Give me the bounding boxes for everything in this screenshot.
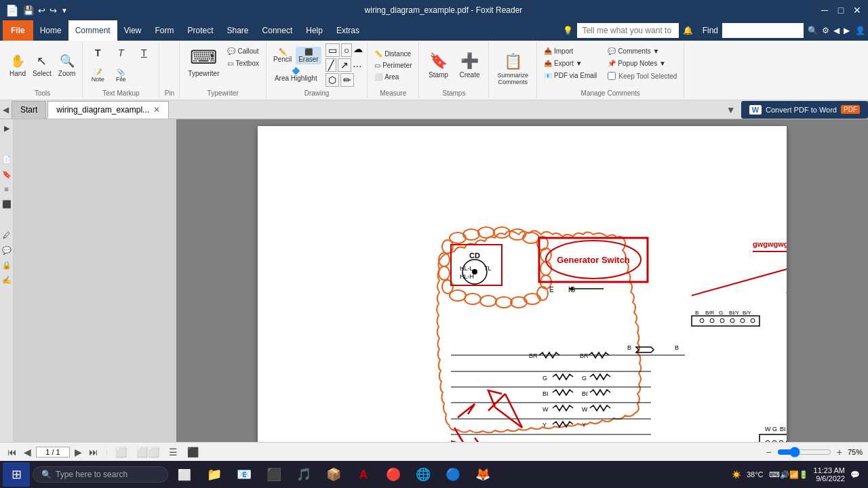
sidebar-pages-btn[interactable]: 📄: [1, 153, 13, 165]
zoom-in-btn[interactable]: +: [837, 447, 842, 458]
eraser-button[interactable]: ⬛ Eraser: [296, 47, 321, 64]
pdf-area[interactable]: CD HL-L HL-H TL Generator Switch E IG SP…: [176, 119, 868, 442]
next-page-button[interactable]: ▶: [73, 447, 84, 458]
area-button[interactable]: ⬜ Area: [372, 72, 401, 82]
menu-help[interactable]: Help: [299, 20, 330, 41]
popup-notes-button[interactable]: 📌 Popup Notes ▼: [605, 58, 679, 68]
zoom-out-btn[interactable]: −: [766, 447, 772, 458]
taskbar-search[interactable]: 🔍 Type here to search: [33, 466, 168, 483]
find-button[interactable]: 🔍: [808, 26, 818, 35]
taskbar-media[interactable]: 🎵: [290, 462, 317, 487]
sidebar-layers-btn[interactable]: ≡: [1, 183, 13, 195]
menu-form[interactable]: Form: [149, 20, 181, 41]
sidebar-thumbs-btn[interactable]: ⬛: [1, 198, 13, 210]
shape-more-icon[interactable]: …: [353, 58, 362, 72]
file-button[interactable]: 📎 File: [110, 67, 132, 84]
convert-pdf-button[interactable]: W Convert PDF to Word PDF: [741, 101, 868, 119]
account-icon[interactable]: 👤: [855, 26, 865, 35]
sidebar-comments-list-btn[interactable]: 💬: [1, 244, 13, 256]
find-prev[interactable]: ◀: [833, 26, 840, 35]
shape-line-icon[interactable]: ╱: [326, 58, 336, 72]
text-style-3-button[interactable]: T: [133, 46, 155, 60]
taskbar-chrome[interactable]: 🔵: [439, 462, 467, 487]
page-number-input[interactable]: [36, 447, 70, 458]
zoom-tool-button[interactable]: 🔍 Zoom: [56, 52, 79, 79]
taskbar-browser[interactable]: 🌐: [410, 462, 437, 487]
taskbar-app1[interactable]: 📦: [320, 462, 347, 487]
sidebar-bookmarks-btn[interactable]: 🔖: [1, 168, 13, 180]
tab-wiring-close[interactable]: ✕: [153, 105, 160, 115]
quick-access-save[interactable]: 💾: [23, 5, 34, 16]
first-page-button[interactable]: ⏮: [5, 447, 19, 458]
summarize-comments-button[interactable]: 📋 SummarizeComments: [493, 50, 532, 88]
sidebar-expand-btn[interactable]: ▶: [1, 122, 13, 134]
view-scroll-btn[interactable]: ☰: [167, 447, 180, 458]
zoom-slider[interactable]: [777, 447, 831, 458]
distance-button[interactable]: 📏 Distance: [372, 49, 414, 59]
menu-connect[interactable]: Connect: [256, 20, 300, 41]
view-spread-btn[interactable]: ⬛: [185, 447, 201, 458]
sidebar-highlight-btn[interactable]: 🖊: [1, 229, 13, 241]
taskbar-app2[interactable]: 🔴: [380, 462, 407, 487]
shape-cloud-icon[interactable]: ☁: [353, 43, 363, 57]
import-button[interactable]: 📥 Import: [541, 46, 599, 56]
stamp-button[interactable]: 🔖 Stamp: [423, 49, 453, 81]
area-highlight-button[interactable]: 🔷 Area Highlight: [271, 66, 321, 83]
menu-protect[interactable]: Protect: [181, 20, 220, 41]
textbox-button[interactable]: ▭ Textbox: [224, 58, 261, 68]
keep-tool-checkbox[interactable]: [608, 72, 616, 80]
shape-circle-icon[interactable]: ○: [341, 43, 352, 57]
menu-comment[interactable]: Comment: [68, 20, 117, 41]
menu-view[interactable]: View: [117, 20, 149, 41]
pencil-button[interactable]: ✏️ Pencil: [271, 47, 294, 64]
taskbar-task-view[interactable]: ⬜: [171, 462, 198, 487]
shape-pencil2-icon[interactable]: ✏: [340, 73, 354, 87]
select-tool-button[interactable]: ↖ Select: [30, 52, 54, 79]
text-style-2-button[interactable]: T: [110, 46, 132, 60]
panel-toggle-icon[interactable]: ◀: [3, 105, 9, 115]
menu-file[interactable]: File: [3, 20, 33, 41]
hand-tool-button[interactable]: ✋ Hand: [7, 52, 28, 79]
text-style-1-button[interactable]: T: [87, 46, 108, 60]
notification-center[interactable]: 💬: [850, 470, 860, 479]
last-page-button[interactable]: ⏭: [87, 447, 100, 458]
comments-button[interactable]: 💬 Comments ▼: [605, 46, 679, 56]
close-button[interactable]: ✕: [852, 5, 863, 16]
menu-home[interactable]: Home: [33, 20, 68, 41]
quick-access-undo[interactable]: ↩: [38, 5, 45, 16]
find-next[interactable]: ▶: [844, 26, 850, 35]
note-button[interactable]: 📝 Note: [87, 67, 108, 84]
convert-panel-icon[interactable]: ▼: [724, 104, 738, 115]
quick-access-redo[interactable]: ↪: [50, 5, 57, 16]
taskbar-mail[interactable]: 📧: [231, 462, 258, 487]
find-options[interactable]: ⚙: [822, 26, 829, 35]
quick-access-more[interactable]: ▼: [61, 7, 68, 14]
callout-button[interactable]: 💬 Callout: [224, 46, 261, 56]
tab-wiring[interactable]: wiring_diagram_exampl... ✕: [47, 101, 169, 119]
menu-extras[interactable]: Extras: [330, 20, 366, 41]
perimeter-button[interactable]: ▭ Perimeter: [372, 60, 414, 70]
export-button[interactable]: 📤 Export ▼: [541, 58, 599, 68]
pdf-email-button[interactable]: 📧 PDF via Email: [541, 70, 599, 81]
shape-arrow-icon[interactable]: ↗: [338, 58, 351, 72]
tab-start[interactable]: Start: [12, 101, 46, 119]
minimize-button[interactable]: ─: [819, 5, 830, 16]
taskbar-store[interactable]: ⬛: [260, 462, 288, 487]
typewriter-button[interactable]: ⌨ Typewriter: [184, 43, 223, 80]
taskbar-app3[interactable]: 🦊: [469, 462, 496, 487]
start-button[interactable]: ⊞: [3, 462, 30, 487]
find-input[interactable]: [722, 23, 804, 38]
taskbar-acrobat[interactable]: A: [350, 462, 377, 487]
menu-search-input[interactable]: [577, 23, 679, 38]
taskbar-explorer[interactable]: 📁: [201, 462, 228, 487]
view-double-btn[interactable]: ⬜⬜: [134, 447, 161, 458]
shape-rect-icon[interactable]: ▭: [326, 43, 340, 57]
sidebar-lock-btn[interactable]: 🔒: [1, 259, 13, 271]
notification-icon[interactable]: 🔔: [683, 26, 693, 35]
create-button[interactable]: ➕ Create: [454, 49, 484, 81]
view-single-btn[interactable]: ⬜: [113, 447, 129, 458]
sidebar-signature-btn[interactable]: ✍: [1, 274, 13, 286]
shape-polygon-icon[interactable]: ⬡: [326, 73, 339, 87]
maximize-button[interactable]: □: [835, 5, 846, 16]
menu-share[interactable]: Share: [220, 20, 256, 41]
